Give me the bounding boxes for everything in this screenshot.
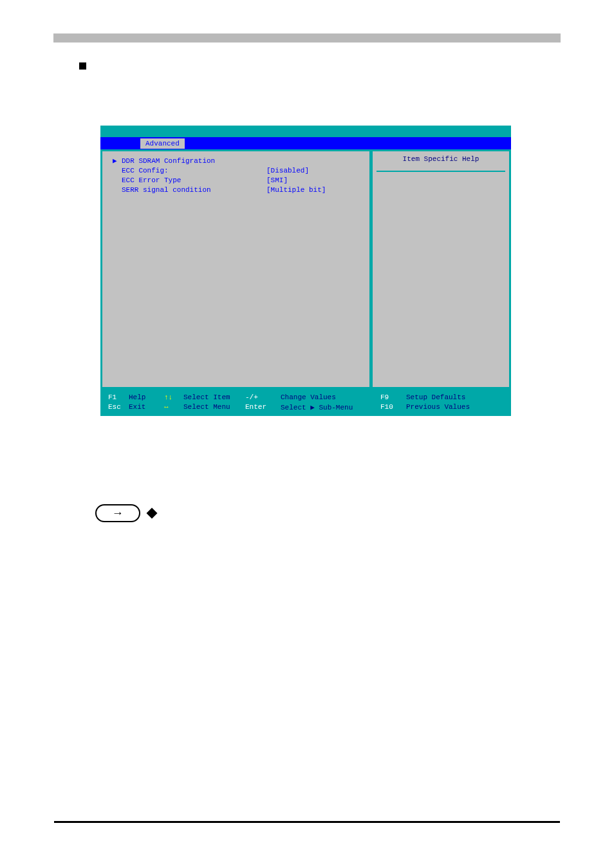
desc-help: Help xyxy=(129,393,164,401)
help-title: Item Specific Help xyxy=(377,155,505,172)
menu-value: [Multiple bit] xyxy=(266,185,326,195)
submenu-marker-icon: ▶ xyxy=(113,156,122,166)
menu-value: [SMI] xyxy=(266,176,288,185)
spacer xyxy=(113,176,122,185)
menu-value: [Disabled] xyxy=(266,166,309,176)
menu-label: SERR signal condition xyxy=(122,185,266,195)
menu-label: ECC Error Type xyxy=(122,176,266,185)
key-f10: F10 xyxy=(380,403,406,411)
key-minusplus: -/+ xyxy=(245,393,281,401)
menu-item-ecc-config[interactable]: ECC Config: [Disabled] xyxy=(113,166,359,176)
menu-label: DDR SDRAM Configration xyxy=(122,156,266,166)
bios-body: ▶ DDR SDRAM Configration ECC Config: [Di… xyxy=(100,149,511,389)
desc-previous-values: Previous Values xyxy=(406,403,470,411)
desc-select-menu: Select Menu xyxy=(183,403,245,411)
key-enter: Enter xyxy=(245,403,281,411)
diamond-bullet-icon xyxy=(147,508,158,519)
section-bullet-icon xyxy=(79,62,86,70)
key-updown: ↑↓ xyxy=(164,393,183,401)
menu-item-serr-signal[interactable]: SERR signal condition [Multiple bit] xyxy=(113,185,359,195)
arrow-right-icon: → xyxy=(95,504,140,522)
bios-tab-bar: Advanced xyxy=(100,137,511,149)
bios-window: Advanced ▶ DDR SDRAM Configration ECC Co… xyxy=(100,126,511,416)
help-pane: Item Specific Help xyxy=(373,151,509,387)
bios-footer: F1 Help ↑↓ Select Item -/+ Change Values… xyxy=(100,389,511,416)
menu-item-ecc-error-type[interactable]: ECC Error Type [SMI] xyxy=(113,176,359,185)
footer-row-2: Esc Exit ↔ Select Menu Enter Select ▶ Su… xyxy=(108,403,503,411)
key-leftright: ↔ xyxy=(164,403,183,411)
desc-select-sub: Select ▶ Sub-Menu xyxy=(281,403,380,411)
tab-advanced[interactable]: Advanced xyxy=(140,138,185,149)
spacer xyxy=(113,166,122,176)
desc-select-item: Select Item xyxy=(183,393,245,401)
menu-item-ddr-sdram[interactable]: ▶ DDR SDRAM Configration xyxy=(113,156,359,166)
desc-setup-defaults: Setup Defaults xyxy=(406,393,465,401)
desc-change-values: Change Values xyxy=(281,393,380,401)
note-row: → xyxy=(95,504,156,522)
key-f9: F9 xyxy=(380,393,406,401)
footer-rule xyxy=(54,821,560,823)
desc-exit: Exit xyxy=(129,403,164,411)
menu-label: ECC Config: xyxy=(122,166,266,176)
bios-titlebar xyxy=(100,126,511,137)
page-top-bar xyxy=(53,33,561,42)
key-esc: Esc xyxy=(108,403,129,411)
spacer xyxy=(113,185,122,195)
key-f1: F1 xyxy=(108,393,129,401)
settings-pane: ▶ DDR SDRAM Configration ECC Config: [Di… xyxy=(102,151,369,387)
footer-row-1: F1 Help ↑↓ Select Item -/+ Change Values… xyxy=(108,393,503,401)
